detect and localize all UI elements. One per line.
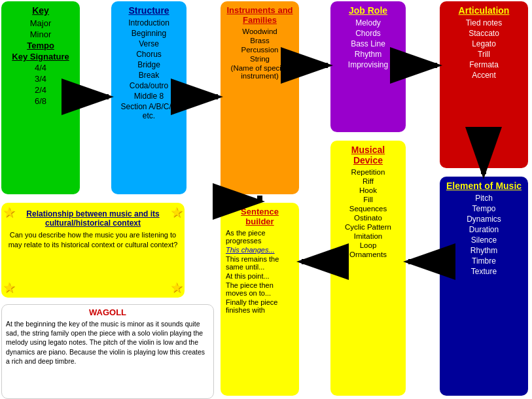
- articulation-card: Articulation Tied notes Staccato Legato …: [440, 1, 528, 168]
- inst-string: String: [226, 55, 294, 63]
- wagoll-title: WAGOLL: [6, 307, 209, 317]
- struct-coda: Coda/outro: [116, 81, 181, 90]
- struct-middle8: Middle 8: [116, 92, 181, 101]
- mus-riff: Riff: [336, 177, 400, 185]
- key-68: 6/8: [7, 96, 75, 106]
- musical-title: Musical Device: [336, 145, 400, 165]
- inst-woodwind: Woodwind: [226, 27, 294, 35]
- mus-hook: Hook: [336, 186, 400, 194]
- sent-4: At this point...: [226, 272, 294, 280]
- relationship-body: Can you describe how the music you are l…: [7, 230, 179, 251]
- mus-fill: Fill: [336, 196, 400, 203]
- key-24: 2/4: [7, 85, 75, 95]
- jobrole-card: Job Role Melody Chords Bass Line Rhythm …: [330, 1, 406, 132]
- jobrole-chords: Chords: [336, 29, 400, 38]
- jobrole-rhythm: Rhythm: [336, 50, 400, 59]
- art-tied: Tied notes: [445, 18, 523, 27]
- structure-card: Structure Introduction Beginning Verse C…: [111, 1, 186, 194]
- struct-beginning: Beginning: [116, 29, 181, 38]
- jobrole-title: Job Role: [336, 5, 400, 16]
- mus-ornaments: Ornaments: [336, 251, 400, 258]
- mus-repetition: Repetition: [336, 168, 400, 176]
- struct-chorus: Chorus: [116, 50, 181, 59]
- sent-3: This remains the same until...: [226, 255, 294, 271]
- instruments-card: Instruments and Families Woodwind Brass …: [221, 1, 299, 194]
- musical-device-card: Musical Device Repetition Riff Hook Fill…: [330, 141, 406, 396]
- key-44: 4/4: [7, 63, 75, 73]
- jobrole-melody: Melody: [336, 18, 400, 27]
- key-tempo: Tempo: [7, 41, 75, 50]
- key-major: Major: [7, 18, 75, 28]
- element-card: Element of Music Pitch Tempo Dynamics Du…: [440, 177, 528, 396]
- elem-pitch: Pitch: [445, 194, 523, 203]
- star-topright-icon: ★: [170, 204, 183, 221]
- art-legato: Legato: [445, 39, 523, 48]
- jobrole-improvising: Improvising: [336, 60, 400, 69]
- key-card: Key Major Minor Tempo Key Signature 4/4 …: [1, 1, 80, 194]
- sent-1: As the piece progresses: [226, 229, 294, 245]
- sent-6: Finally the piece finishes with: [226, 298, 294, 314]
- relationship-card: ★ ★ ★ ★ Relationship between music and i…: [1, 203, 185, 298]
- structure-title: Structure: [116, 5, 181, 16]
- art-fermata: Fermata: [445, 60, 523, 69]
- elem-tempo: Tempo: [445, 204, 523, 213]
- wagoll-text: At the beginning the key of the music is…: [6, 319, 209, 366]
- key-signature-label: Key Signature: [7, 52, 75, 61]
- articulation-title: Articulation: [445, 5, 523, 16]
- wagoll-card: WAGOLL At the beginning the key of the m…: [1, 304, 214, 399]
- star-topleft-icon: ★: [3, 204, 16, 221]
- mus-imitation: Imitation: [336, 232, 400, 240]
- sentence-title: Sentence builder: [226, 207, 294, 226]
- key-minor: Minor: [7, 29, 75, 39]
- struct-bridge: Bridge: [116, 60, 181, 69]
- struct-verse: Verse: [116, 39, 181, 48]
- star-bottomleft-icon: ★: [3, 279, 16, 296]
- instruments-title: Instruments and Families: [226, 5, 294, 25]
- struct-section: Section A/B/C/D etc.: [116, 102, 181, 120]
- sentence-card: Sentence builder As the piece progresses…: [221, 203, 299, 396]
- art-trill: Trill: [445, 50, 523, 59]
- elem-duration: Duration: [445, 225, 523, 234]
- star-bottomright-icon: ★: [170, 279, 183, 296]
- struct-break: Break: [116, 71, 181, 80]
- jobrole-bassline: Bass Line: [336, 39, 400, 48]
- key-34: 3/4: [7, 74, 75, 84]
- relationship-title: Relationship between music and its cultu…: [7, 209, 179, 228]
- mus-sequences: Sequences: [336, 205, 400, 213]
- sent-2: This changes...: [226, 246, 294, 254]
- art-accent: Accent: [445, 71, 523, 80]
- inst-specific: (Name of specific instrument): [226, 64, 294, 80]
- mus-cyclic: Cyclic Pattern: [336, 223, 400, 231]
- diagram-container: Key Major Minor Tempo Key Signature 4/4 …: [0, 0, 532, 399]
- struct-intro: Introduction: [116, 18, 181, 27]
- key-title: Key: [7, 5, 75, 16]
- elem-dynamics: Dynamics: [445, 215, 523, 224]
- sent-5: The piece then moves on to...: [226, 281, 294, 297]
- mus-loop: Loop: [336, 241, 400, 249]
- inst-brass: Brass: [226, 37, 294, 44]
- elem-rhythm: Rhythm: [445, 246, 523, 255]
- elem-texture: Texture: [445, 267, 523, 276]
- elem-silence: Silence: [445, 235, 523, 245]
- elem-timbre: Timbre: [445, 256, 523, 266]
- element-title: Element of Music: [445, 181, 523, 191]
- inst-percussion: Percussion: [226, 46, 294, 54]
- art-staccato: Staccato: [445, 29, 523, 38]
- mus-ostinato: Ostinato: [336, 214, 400, 222]
